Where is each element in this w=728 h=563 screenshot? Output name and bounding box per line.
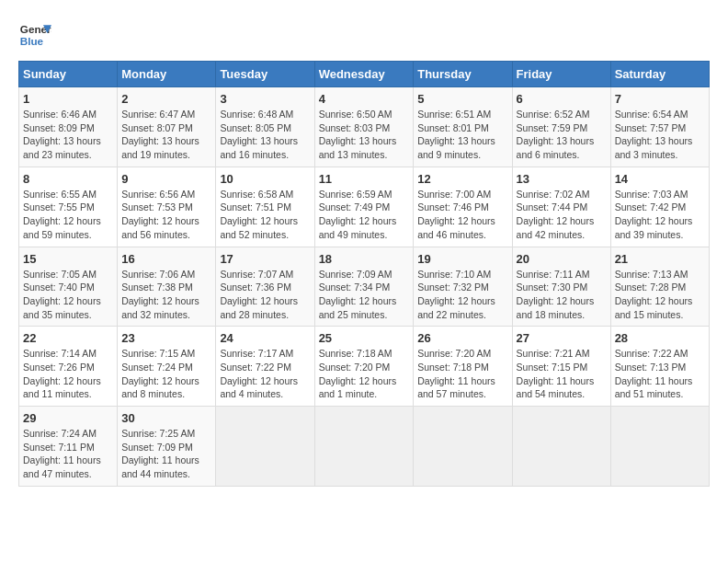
calendar-cell xyxy=(610,407,709,487)
svg-text:Blue: Blue xyxy=(20,35,44,47)
calendar-cell: 9Sunrise: 6:56 AMSunset: 7:53 PMDaylight… xyxy=(118,167,216,247)
logo-icon: General Blue xyxy=(18,18,51,52)
weekday-header-wednesday: Wednesday xyxy=(314,62,414,87)
calendar-cell: 11Sunrise: 6:59 AMSunset: 7:49 PMDayligh… xyxy=(314,167,414,247)
day-number: 24 xyxy=(220,331,310,345)
day-number: 28 xyxy=(615,331,705,345)
day-info: Sunrise: 6:50 AMSunset: 8:03 PMDaylight:… xyxy=(319,108,410,162)
weekday-header-sunday: Sunday xyxy=(19,62,118,87)
page-header: General Blue xyxy=(18,18,710,52)
day-number: 25 xyxy=(319,331,410,345)
calendar-week-row-3: 22Sunrise: 7:14 AMSunset: 7:26 PMDayligh… xyxy=(19,327,710,407)
day-number: 4 xyxy=(319,92,410,106)
day-number: 27 xyxy=(517,331,607,345)
weekday-header-saturday: Saturday xyxy=(610,62,709,87)
day-number: 8 xyxy=(23,172,113,186)
day-info: Sunrise: 7:13 AMSunset: 7:28 PMDaylight:… xyxy=(615,268,705,322)
day-info: Sunrise: 6:46 AMSunset: 8:09 PMDaylight:… xyxy=(23,108,113,162)
day-info: Sunrise: 7:20 AMSunset: 7:18 PMDaylight:… xyxy=(417,347,507,401)
day-number: 15 xyxy=(23,252,113,266)
day-number: 14 xyxy=(615,172,705,186)
calendar-cell: 8Sunrise: 6:55 AMSunset: 7:55 PMDaylight… xyxy=(19,167,118,247)
calendar-body: 1Sunrise: 6:46 AMSunset: 8:09 PMDaylight… xyxy=(19,87,710,487)
day-info: Sunrise: 7:25 AMSunset: 7:09 PMDaylight:… xyxy=(121,427,211,481)
calendar-cell: 19Sunrise: 7:10 AMSunset: 7:32 PMDayligh… xyxy=(414,247,512,327)
day-info: Sunrise: 6:59 AMSunset: 7:49 PMDaylight:… xyxy=(319,188,410,242)
day-info: Sunrise: 6:55 AMSunset: 7:55 PMDaylight:… xyxy=(23,188,113,242)
day-number: 22 xyxy=(23,331,113,345)
day-info: Sunrise: 6:58 AMSunset: 7:51 PMDaylight:… xyxy=(220,188,310,242)
calendar-cell: 17Sunrise: 7:07 AMSunset: 7:36 PMDayligh… xyxy=(216,247,314,327)
day-number: 19 xyxy=(417,252,507,266)
day-info: Sunrise: 7:21 AMSunset: 7:15 PMDaylight:… xyxy=(517,347,607,401)
calendar-week-row-0: 1Sunrise: 6:46 AMSunset: 8:09 PMDaylight… xyxy=(19,87,710,167)
day-number: 5 xyxy=(417,92,507,106)
calendar-cell: 23Sunrise: 7:15 AMSunset: 7:24 PMDayligh… xyxy=(118,327,216,407)
calendar-cell: 16Sunrise: 7:06 AMSunset: 7:38 PMDayligh… xyxy=(118,247,216,327)
calendar-cell: 12Sunrise: 7:00 AMSunset: 7:46 PMDayligh… xyxy=(414,167,512,247)
day-info: Sunrise: 7:14 AMSunset: 7:26 PMDaylight:… xyxy=(23,347,113,401)
day-number: 10 xyxy=(220,172,310,186)
day-info: Sunrise: 6:56 AMSunset: 7:53 PMDaylight:… xyxy=(121,188,211,242)
day-number: 9 xyxy=(121,172,211,186)
calendar-cell: 15Sunrise: 7:05 AMSunset: 7:40 PMDayligh… xyxy=(19,247,118,327)
day-number: 13 xyxy=(517,172,607,186)
logo: General Blue xyxy=(18,18,51,52)
day-info: Sunrise: 7:09 AMSunset: 7:34 PMDaylight:… xyxy=(319,268,410,322)
day-info: Sunrise: 7:10 AMSunset: 7:32 PMDaylight:… xyxy=(417,268,507,322)
day-info: Sunrise: 6:52 AMSunset: 7:59 PMDaylight:… xyxy=(517,108,607,162)
day-number: 3 xyxy=(220,92,310,106)
calendar-cell: 20Sunrise: 7:11 AMSunset: 7:30 PMDayligh… xyxy=(512,247,610,327)
calendar-table: SundayMondayTuesdayWednesdayThursdayFrid… xyxy=(18,61,710,487)
calendar-cell: 14Sunrise: 7:03 AMSunset: 7:42 PMDayligh… xyxy=(610,167,709,247)
calendar-week-row-2: 15Sunrise: 7:05 AMSunset: 7:40 PMDayligh… xyxy=(19,247,710,327)
day-number: 20 xyxy=(517,252,607,266)
calendar-cell xyxy=(512,407,610,487)
calendar-cell: 5Sunrise: 6:51 AMSunset: 8:01 PMDaylight… xyxy=(414,87,512,167)
weekday-header-friday: Friday xyxy=(512,62,610,87)
calendar-cell: 29Sunrise: 7:24 AMSunset: 7:11 PMDayligh… xyxy=(19,407,118,487)
calendar-cell: 13Sunrise: 7:02 AMSunset: 7:44 PMDayligh… xyxy=(512,167,610,247)
calendar-cell xyxy=(314,407,414,487)
calendar-cell xyxy=(414,407,512,487)
day-info: Sunrise: 7:17 AMSunset: 7:22 PMDaylight:… xyxy=(220,347,310,401)
day-info: Sunrise: 7:07 AMSunset: 7:36 PMDaylight:… xyxy=(220,268,310,322)
day-info: Sunrise: 7:15 AMSunset: 7:24 PMDaylight:… xyxy=(121,347,211,401)
day-number: 12 xyxy=(417,172,507,186)
day-info: Sunrise: 6:47 AMSunset: 8:07 PMDaylight:… xyxy=(121,108,211,162)
weekday-header-thursday: Thursday xyxy=(414,62,512,87)
day-info: Sunrise: 7:18 AMSunset: 7:20 PMDaylight:… xyxy=(319,347,410,401)
day-info: Sunrise: 7:02 AMSunset: 7:44 PMDaylight:… xyxy=(517,188,607,242)
calendar-cell: 22Sunrise: 7:14 AMSunset: 7:26 PMDayligh… xyxy=(19,327,118,407)
day-info: Sunrise: 7:24 AMSunset: 7:11 PMDaylight:… xyxy=(23,427,113,481)
day-info: Sunrise: 7:22 AMSunset: 7:13 PMDaylight:… xyxy=(615,347,705,401)
weekday-header-monday: Monday xyxy=(118,62,216,87)
day-number: 18 xyxy=(319,252,410,266)
day-number: 26 xyxy=(417,331,507,345)
calendar-cell: 2Sunrise: 6:47 AMSunset: 8:07 PMDaylight… xyxy=(118,87,216,167)
calendar-cell xyxy=(216,407,314,487)
weekday-header-row: SundayMondayTuesdayWednesdayThursdayFrid… xyxy=(19,62,710,87)
calendar-cell: 30Sunrise: 7:25 AMSunset: 7:09 PMDayligh… xyxy=(118,407,216,487)
calendar-cell: 1Sunrise: 6:46 AMSunset: 8:09 PMDaylight… xyxy=(19,87,118,167)
day-info: Sunrise: 7:06 AMSunset: 7:38 PMDaylight:… xyxy=(121,268,211,322)
calendar-header: SundayMondayTuesdayWednesdayThursdayFrid… xyxy=(19,62,710,87)
calendar-cell: 26Sunrise: 7:20 AMSunset: 7:18 PMDayligh… xyxy=(414,327,512,407)
day-number: 1 xyxy=(23,92,113,106)
calendar-cell: 25Sunrise: 7:18 AMSunset: 7:20 PMDayligh… xyxy=(314,327,414,407)
calendar-cell: 28Sunrise: 7:22 AMSunset: 7:13 PMDayligh… xyxy=(610,327,709,407)
day-number: 11 xyxy=(319,172,410,186)
calendar-cell: 10Sunrise: 6:58 AMSunset: 7:51 PMDayligh… xyxy=(216,167,314,247)
calendar-cell: 7Sunrise: 6:54 AMSunset: 7:57 PMDaylight… xyxy=(610,87,709,167)
day-number: 7 xyxy=(615,92,705,106)
day-number: 23 xyxy=(121,331,211,345)
calendar-cell: 27Sunrise: 7:21 AMSunset: 7:15 PMDayligh… xyxy=(512,327,610,407)
calendar-cell: 3Sunrise: 6:48 AMSunset: 8:05 PMDaylight… xyxy=(216,87,314,167)
calendar-cell: 6Sunrise: 6:52 AMSunset: 7:59 PMDaylight… xyxy=(512,87,610,167)
calendar-cell: 4Sunrise: 6:50 AMSunset: 8:03 PMDaylight… xyxy=(314,87,414,167)
day-info: Sunrise: 6:51 AMSunset: 8:01 PMDaylight:… xyxy=(417,108,507,162)
day-number: 21 xyxy=(615,252,705,266)
day-info: Sunrise: 7:03 AMSunset: 7:42 PMDaylight:… xyxy=(615,188,705,242)
day-number: 29 xyxy=(23,411,113,425)
calendar-cell: 24Sunrise: 7:17 AMSunset: 7:22 PMDayligh… xyxy=(216,327,314,407)
